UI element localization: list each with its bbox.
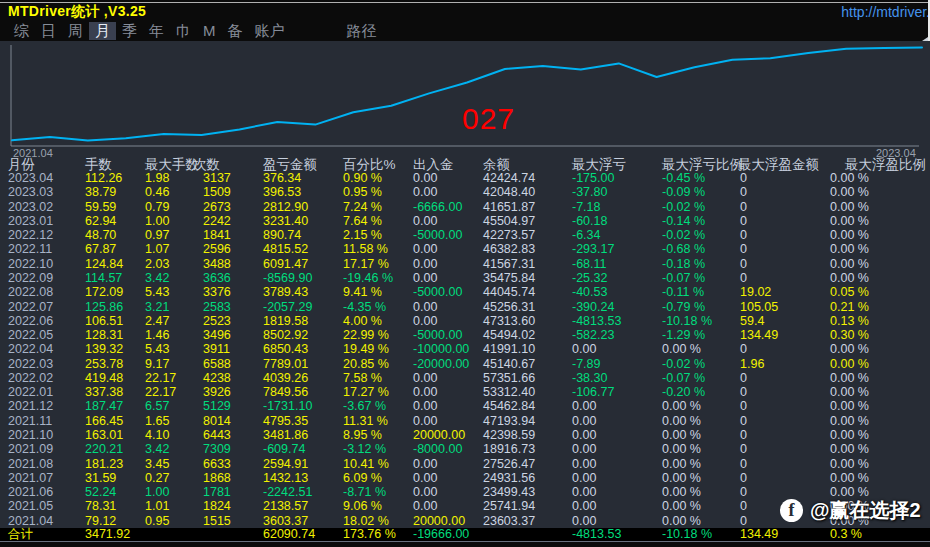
cell: 0.00 % [662,499,701,513]
cell: 0 [740,428,747,442]
menu-item-M[interactable]: M [197,22,222,40]
cell: 0.00 [413,257,437,271]
cell: 9.06 % [343,499,382,513]
table-row-2021.12[interactable]: 2021.12187.476.575129-1731.10-3.67 %0.00… [0,399,930,413]
cell: 42273.57 [483,228,535,242]
menu-item-综[interactable]: 综 [8,22,35,40]
table-row-2023.02[interactable]: 2023.0259.590.7926732812.907.24 %-6666.0… [0,200,930,214]
cell: -7.89 [572,357,601,371]
table-row-2021.10[interactable]: 2021.10163.014.1064433481.868.95 %20000.… [0,428,930,442]
cell: -0.68 % [662,242,705,256]
cell: 105.05 [740,300,778,314]
cell: 0.00 [413,271,437,285]
cell: 7.58 % [343,371,382,385]
cell: 41651.87 [483,200,535,214]
cell: 0 [740,514,747,528]
cell: 5129 [203,399,231,413]
cell: 0 [740,342,747,356]
table-row-2022.10[interactable]: 2022.10124.842.0334886091.4717.17 %0.004… [0,257,930,271]
cell: 47313.60 [483,314,535,328]
table-row-2022.03[interactable]: 2022.03253.789.1765887789.0120.85 %-2000… [0,357,930,371]
cell: 0.00 % [830,385,869,399]
cell: 3496 [203,328,231,342]
cell: 0 [740,257,747,271]
table-row-2022.05[interactable]: 2022.05128.311.4634968502.9222.99 %-5000… [0,328,930,342]
cell: 2022.12 [8,228,53,242]
table-row-2023.01[interactable]: 2023.0162.941.0022423231.407.64 %0.00455… [0,214,930,228]
cell: 6443 [203,428,231,442]
menu-item-月[interactable]: 月 [89,22,116,40]
cell: 5.43 [145,285,169,299]
table-row-2022.06[interactable]: 2022.06106.512.4725231819.584.00 %0.0047… [0,314,930,328]
table-row-2021.07[interactable]: 2021.0731.590.2718681432.136.09 %0.00249… [0,471,930,485]
cell: 2242 [203,214,231,228]
cell: 2022.11 [8,242,52,256]
cell: -582.23 [572,328,614,342]
cell: 128.31 [85,328,123,342]
menu-item-季[interactable]: 季 [116,22,143,40]
cell: 3137 [203,171,231,185]
cell: 1781 [203,485,231,499]
cell: 0.00 % [662,342,701,356]
table-row-2022.01[interactable]: 2022.01337.3822.1739267849.5617.27 %0.00… [0,385,930,399]
cell: 0.00 % [662,428,701,442]
menu-item-巾[interactable]: 巾 [170,22,197,40]
table-total-row: 合计3471.9262090.74173.76 %-19666.00-4813.… [0,528,930,541]
cell: 48.70 [85,228,116,242]
cell: -1731.10 [263,399,312,413]
cell: 9.17 [145,357,169,371]
table-header-row: 月份手数最大手数次数盈亏金额百分比%出入金余额最大浮亏最大浮亏比例最大浮盈金额最… [0,156,930,171]
cell: 0.00 % [830,442,869,456]
cell: 0 [740,214,747,228]
cell: 20.85 % [343,357,389,371]
app-url-link[interactable]: http://mtdriver.c [841,4,930,20]
menu-item-备[interactable]: 备 [222,22,249,40]
cell: 1868 [203,471,231,485]
table-row-2023.03[interactable]: 2023.0338.790.461509396.530.95 %0.004204… [0,185,930,199]
cell: 1.98 [145,171,169,185]
table-row-2022.09[interactable]: 2022.09114.573.423636-8569.90-19.46 %0.0… [0,271,930,285]
menu-item-账户[interactable]: 账户 [249,22,291,40]
cell: 0.00 [413,371,437,385]
cell: 24931.56 [483,471,535,485]
cell: 42398.59 [483,428,535,442]
cell: 41991.10 [483,342,535,356]
menu-item-路径[interactable]: 路径 [341,22,383,40]
cell: 0.90 % [343,171,382,185]
cell: 2022.06 [8,314,53,328]
table-row-2022.07[interactable]: 2022.07125.863.212583-2057.29-4.35 %0.00… [0,300,930,314]
cell: 52.24 [85,485,116,499]
cell: 0 [740,442,747,456]
table-row-2021.08[interactable]: 2021.08181.233.4566332594.9110.41 %0.002… [0,457,930,471]
cell: 2021.11 [8,414,52,428]
cell: 18916.73 [483,442,535,456]
menu-item-日[interactable]: 日 [35,22,62,40]
table-row-2023.04[interactable]: 2023.04112.261.983137376.340.90 %0.00424… [0,171,930,185]
cell: -2057.29 [263,300,312,314]
cell: 0.46 [145,185,169,199]
table-row-2022.12[interactable]: 2022.1248.700.971841890.742.15 %-5000.00… [0,228,930,242]
table-row-2022.02[interactable]: 2022.02419.4822.1742384039.267.58 %0.005… [0,371,930,385]
cell: -0.79 % [662,300,705,314]
cell: 1841 [203,228,231,242]
cell: -8000.00 [413,442,462,456]
cell: 3.42 [145,271,169,285]
table-row-2021.11[interactable]: 2021.11166.451.6580144795.3511.31 %0.004… [0,414,930,428]
cell: 0.00 % [662,442,701,456]
cell: 0.00 [413,471,437,485]
cell: 3789.43 [263,285,308,299]
table-row-2022.08[interactable]: 2022.08172.095.4333763789.439.41 %-5000.… [0,285,930,299]
cell: -4813.53 [572,314,621,328]
cell: 0.00 [572,399,596,413]
table-row-2021.09[interactable]: 2021.09220.213.427309-609.74-3.12 %-8000… [0,442,930,456]
table-row-2022.11[interactable]: 2022.1167.871.0725964815.5211.58 %0.0046… [0,242,930,256]
cell: 2.15 % [343,228,382,242]
cell: 0.00 % [662,457,701,471]
menu-item-年[interactable]: 年 [143,22,170,40]
table-row-2022.04[interactable]: 2022.04139.325.4339116850.4319.49 %-1000… [0,342,930,356]
cell: 376.34 [263,171,301,185]
cell: 23499.43 [483,485,535,499]
cell: 2022.04 [8,342,53,356]
menu-item-周[interactable]: 周 [62,22,89,40]
cell: 8.95 % [343,428,382,442]
